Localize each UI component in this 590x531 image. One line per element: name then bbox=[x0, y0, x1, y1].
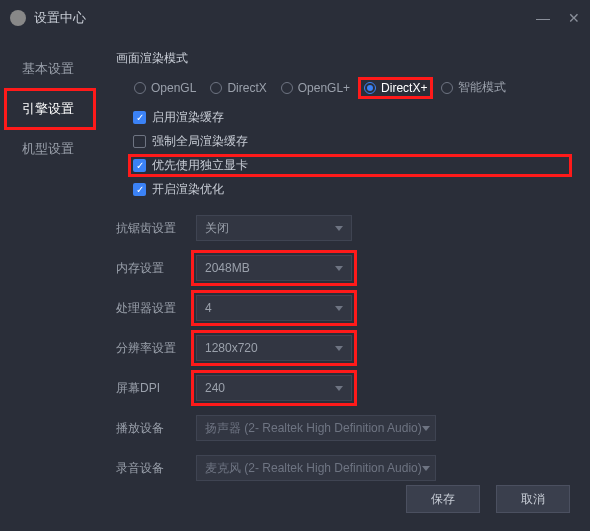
check-row-2[interactable]: ✓优先使用独立显卡 bbox=[130, 156, 570, 175]
select-playback[interactable]: 扬声器 (2- Realtek High Definition Audio) bbox=[196, 415, 436, 441]
field-memory: 内存设置2048MB bbox=[116, 255, 570, 281]
field-label-playback: 播放设备 bbox=[116, 420, 180, 437]
chevron-down-icon bbox=[335, 306, 343, 311]
select-cpu[interactable]: 4 bbox=[196, 295, 352, 321]
field-label-dpi: 屏幕DPI bbox=[116, 380, 180, 397]
field-label-cpu: 处理器设置 bbox=[116, 300, 180, 317]
radio-icon bbox=[441, 82, 453, 94]
field-cpu: 处理器设置4 bbox=[116, 295, 570, 321]
render-checkboxes: ✓启用渲染缓存强制全局渲染缓存✓优先使用独立显卡✓开启渲染优化 bbox=[116, 108, 570, 199]
select-value: 240 bbox=[205, 381, 225, 395]
checkbox-icon: ✓ bbox=[133, 183, 146, 196]
window-title: 设置中心 bbox=[34, 9, 536, 27]
select-memory[interactable]: 2048MB bbox=[196, 255, 352, 281]
check-row-1[interactable]: 强制全局渲染缓存 bbox=[130, 132, 570, 151]
cancel-button[interactable]: 取消 bbox=[496, 485, 570, 513]
radio-label: OpenGL bbox=[151, 81, 196, 95]
render-mode-label: 画面渲染模式 bbox=[116, 50, 570, 67]
sidebar-item-1[interactable]: 引擎设置 bbox=[6, 90, 94, 128]
app-icon bbox=[10, 10, 26, 26]
check-label: 开启渲染优化 bbox=[152, 181, 224, 198]
field-res: 分辨率设置1280x720 bbox=[116, 335, 570, 361]
render-option-opengl[interactable]: OpenGL bbox=[130, 79, 200, 97]
checkbox-icon: ✓ bbox=[133, 159, 146, 172]
radio-icon bbox=[281, 82, 293, 94]
select-res[interactable]: 1280x720 bbox=[196, 335, 352, 361]
close-button[interactable]: ✕ bbox=[568, 10, 580, 26]
radio-label: DirectX+ bbox=[381, 81, 427, 95]
chevron-down-icon bbox=[422, 426, 430, 431]
render-option-智能模式[interactable]: 智能模式 bbox=[437, 77, 510, 98]
select-record[interactable]: 麦克风 (2- Realtek High Definition Audio) bbox=[196, 455, 436, 481]
check-row-3[interactable]: ✓开启渲染优化 bbox=[130, 180, 570, 199]
sidebar-item-0[interactable]: 基本设置 bbox=[6, 50, 94, 88]
select-value: 1280x720 bbox=[205, 341, 258, 355]
select-value: 4 bbox=[205, 301, 212, 315]
radio-label: OpenGL+ bbox=[298, 81, 350, 95]
field-aa: 抗锯齿设置关闭 bbox=[116, 215, 570, 241]
field-label-res: 分辨率设置 bbox=[116, 340, 180, 357]
sidebar: 基本设置引擎设置机型设置 bbox=[0, 36, 100, 531]
select-value: 关闭 bbox=[205, 220, 229, 237]
render-option-opengl-plus[interactable]: OpenGL+ bbox=[277, 79, 354, 97]
select-value: 2048MB bbox=[205, 261, 250, 275]
radio-icon bbox=[134, 82, 146, 94]
radio-icon bbox=[210, 82, 222, 94]
save-button[interactable]: 保存 bbox=[406, 485, 480, 513]
radio-icon bbox=[364, 82, 376, 94]
minimize-button[interactable]: — bbox=[536, 10, 550, 26]
check-label: 强制全局渲染缓存 bbox=[152, 133, 248, 150]
select-dpi[interactable]: 240 bbox=[196, 375, 352, 401]
check-label: 启用渲染缓存 bbox=[152, 109, 224, 126]
render-mode-options: OpenGLDirectXOpenGL+DirectX+智能模式 bbox=[116, 77, 570, 98]
check-label: 优先使用独立显卡 bbox=[152, 157, 248, 174]
render-option-directx-plus[interactable]: DirectX+ bbox=[360, 79, 431, 97]
field-label-aa: 抗锯齿设置 bbox=[116, 220, 180, 237]
checkbox-icon bbox=[133, 135, 146, 148]
titlebar: 设置中心 — ✕ bbox=[0, 0, 590, 36]
sidebar-item-2[interactable]: 机型设置 bbox=[6, 130, 94, 168]
chevron-down-icon bbox=[335, 346, 343, 351]
check-row-0[interactable]: ✓启用渲染缓存 bbox=[130, 108, 570, 127]
radio-label: 智能模式 bbox=[458, 79, 506, 96]
checkbox-icon: ✓ bbox=[133, 111, 146, 124]
field-label-memory: 内存设置 bbox=[116, 260, 180, 277]
chevron-down-icon bbox=[335, 266, 343, 271]
select-value: 扬声器 (2- Realtek High Definition Audio) bbox=[205, 420, 422, 437]
radio-label: DirectX bbox=[227, 81, 266, 95]
select-aa[interactable]: 关闭 bbox=[196, 215, 352, 241]
field-playback: 播放设备扬声器 (2- Realtek High Definition Audi… bbox=[116, 415, 570, 441]
footer-buttons: 保存 取消 bbox=[406, 485, 570, 513]
chevron-down-icon bbox=[335, 386, 343, 391]
window-controls: — ✕ bbox=[536, 10, 580, 26]
select-value: 麦克风 (2- Realtek High Definition Audio) bbox=[205, 460, 422, 477]
chevron-down-icon bbox=[335, 226, 343, 231]
main-panel: 画面渲染模式 OpenGLDirectXOpenGL+DirectX+智能模式 … bbox=[100, 36, 590, 531]
field-record: 录音设备麦克风 (2- Realtek High Definition Audi… bbox=[116, 455, 570, 481]
field-label-record: 录音设备 bbox=[116, 460, 180, 477]
render-option-directx[interactable]: DirectX bbox=[206, 79, 270, 97]
field-dpi: 屏幕DPI240 bbox=[116, 375, 570, 401]
chevron-down-icon bbox=[422, 466, 430, 471]
